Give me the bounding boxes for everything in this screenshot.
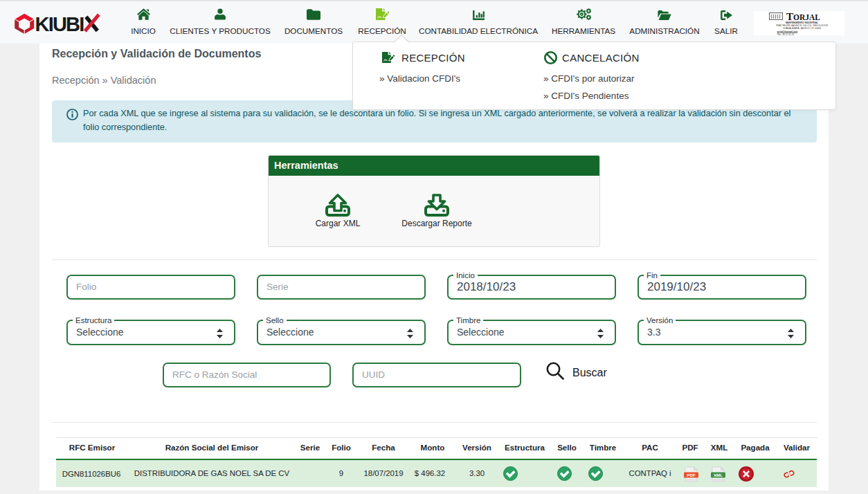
svg-text:XML: XML bbox=[714, 473, 723, 477]
svg-text:PDF: PDF bbox=[687, 473, 696, 477]
svg-text:KIUBI: KIUBI bbox=[35, 13, 84, 34]
